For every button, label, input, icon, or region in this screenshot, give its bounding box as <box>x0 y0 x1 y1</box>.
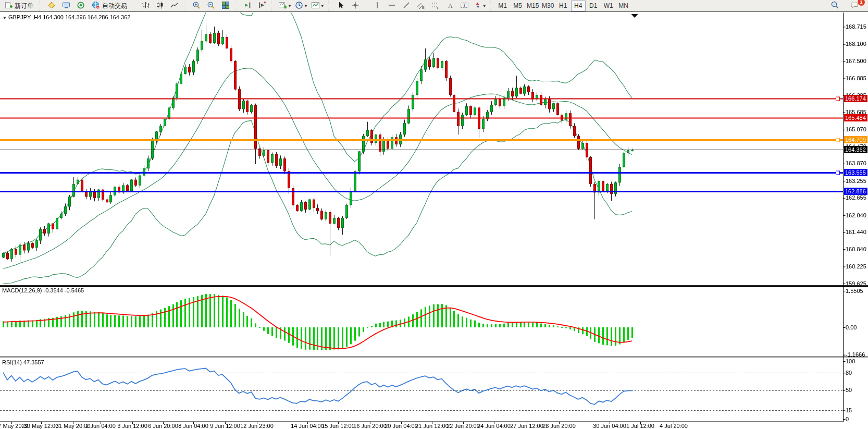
price-badge-164.362: 164.362 <box>844 146 867 153</box>
arrows-tool-button[interactable]: ▼ <box>472 0 488 11</box>
signal-button[interactable] <box>73 0 88 11</box>
new-order-icon <box>5 1 13 10</box>
tile-windows-icon <box>221 1 230 11</box>
crosshair-button[interactable] <box>348 0 363 11</box>
terminal-icon <box>62 1 70 11</box>
chart-shift-button[interactable] <box>255 0 269 11</box>
toolbar-right-group: 1 <box>827 0 867 11</box>
autotrading-button[interactable]: 自动交易 <box>88 0 131 11</box>
line-chart-mode-button[interactable] <box>167 0 182 11</box>
arrows-icon <box>474 1 482 11</box>
terminal-button[interactable] <box>59 0 73 11</box>
vertical-line-icon <box>374 1 381 11</box>
search-icon <box>830 1 839 11</box>
text-label-tool-button[interactable]: T <box>457 0 472 11</box>
ohlc-readout: 164.300 164.396 164.286 164.362 <box>43 14 130 20</box>
toolbar-separator <box>184 2 188 10</box>
channel-tool-button[interactable]: E <box>414 0 428 11</box>
price-badge-163.555: 163.555 <box>844 169 867 176</box>
rsi-indicator-label: RSI(14) 47.3557 <box>2 359 44 365</box>
autotrading-globe-icon <box>92 1 100 11</box>
search-button[interactable] <box>827 0 842 11</box>
price-badge-166.174: 166.174 <box>844 95 867 102</box>
new-order-button[interactable]: 新订单 <box>1 0 37 11</box>
indicators-icon <box>278 1 287 11</box>
tf-d1-button[interactable]: D1 <box>586 1 601 11</box>
toolbar-separator <box>133 2 137 10</box>
zoom-in-icon <box>192 1 201 11</box>
auto-scroll-icon <box>243 1 252 11</box>
chart-symbol-readout[interactable]: ▼GBPJPY-,H4 164.300 164.396 164.286 164.… <box>3 14 130 20</box>
price-badge-164.709: 164.709 <box>844 136 867 143</box>
chart-canvas[interactable] <box>0 0 868 429</box>
clock-icon <box>295 1 303 11</box>
tf-m15-button[interactable]: M15 <box>526 1 540 11</box>
gold-diamond-icon <box>47 1 56 11</box>
crosshair-icon <box>351 1 359 11</box>
tile-windows-button[interactable] <box>218 0 233 11</box>
indicators-button[interactable]: ▼ <box>277 0 293 11</box>
bar-chart-icon <box>141 1 150 11</box>
fibonacci-icon: F <box>431 1 440 11</box>
zoom-out-icon <box>207 1 215 11</box>
toolbar-separator <box>271 2 275 10</box>
main-toolbar: 新订单 自动交易 ▼ ▼ ▼ E F A T ▼ M1 M5 M15 M30 H… <box>0 0 868 12</box>
svg-text:T: T <box>463 3 466 8</box>
text-tool-button[interactable]: A <box>443 0 457 11</box>
cursor-button[interactable] <box>333 0 348 11</box>
candlestick-chart-icon <box>156 1 164 11</box>
price-badge-162.886: 162.886 <box>844 188 867 195</box>
symbol-period-label: GBPJPY-,H4 <box>8 14 41 20</box>
horizontal-line-tool-button[interactable] <box>385 0 399 11</box>
horizontal-line-icon <box>388 1 396 11</box>
equidistant-channel-icon: E <box>416 1 425 11</box>
toolbar-separator <box>235 2 239 10</box>
trendline-icon <box>402 1 411 11</box>
price-badge-165.484: 165.484 <box>844 114 867 121</box>
signal-icon <box>77 1 85 11</box>
chart-shift-icon <box>258 1 266 11</box>
svg-text:E: E <box>422 6 425 9</box>
dropdown-arrow-icon: ▼ <box>288 4 292 8</box>
toolbar-separator <box>39 2 43 10</box>
tf-m30-button[interactable]: M30 <box>541 1 555 11</box>
svg-text:F: F <box>437 6 439 9</box>
fibonacci-tool-button[interactable]: F <box>428 0 443 11</box>
timeframe-bar: M1 M5 M15 M30 H1 H4 D1 W1 MN <box>495 1 631 11</box>
macd-indicator-label: MACD(12,26,9) -0.3544 -0.5465 <box>2 287 84 293</box>
notification-count-badge: 1 <box>857 0 865 6</box>
tf-w1-button[interactable]: W1 <box>601 1 616 11</box>
tf-m1-button[interactable]: M1 <box>495 1 510 11</box>
periods-button[interactable]: ▼ <box>293 0 309 11</box>
text-label-icon: T <box>460 1 469 11</box>
toolbar-separator <box>365 2 368 10</box>
toolbar-separator <box>490 2 494 10</box>
tf-mn-button[interactable]: MN <box>616 1 631 11</box>
market-watch-button[interactable] <box>44 0 59 11</box>
notifications-button[interactable]: 1 <box>847 0 862 11</box>
toolbar-separator <box>328 2 332 10</box>
tf-h1-button[interactable]: H1 <box>556 1 571 11</box>
zoom-out-button[interactable] <box>204 0 218 11</box>
symbol-dropdown-icon: ▼ <box>3 16 7 20</box>
zoom-in-button[interactable] <box>189 0 204 11</box>
dropdown-arrow-icon: ▼ <box>304 4 308 8</box>
auto-scroll-button[interactable] <box>240 0 255 11</box>
line-chart-icon <box>170 1 179 11</box>
dropdown-arrow-icon: ▼ <box>482 4 487 8</box>
template-icon <box>311 1 320 11</box>
tf-m5-button[interactable]: M5 <box>511 1 525 11</box>
cursor-icon <box>337 1 345 11</box>
trendline-tool-button[interactable] <box>399 0 414 11</box>
vertical-line-tool-button[interactable] <box>370 0 385 11</box>
templates-button[interactable]: ▼ <box>309 0 326 11</box>
tf-h4-button[interactable]: H4 <box>571 1 586 11</box>
dropdown-arrow-icon: ▼ <box>320 4 325 8</box>
svg-text:A: A <box>448 2 453 9</box>
bar-chart-mode-button[interactable] <box>138 0 153 11</box>
candle-chart-mode-button[interactable] <box>153 0 167 11</box>
new-order-label: 新订单 <box>15 2 33 10</box>
text-icon: A <box>447 1 454 11</box>
autotrading-label: 自动交易 <box>102 2 127 10</box>
